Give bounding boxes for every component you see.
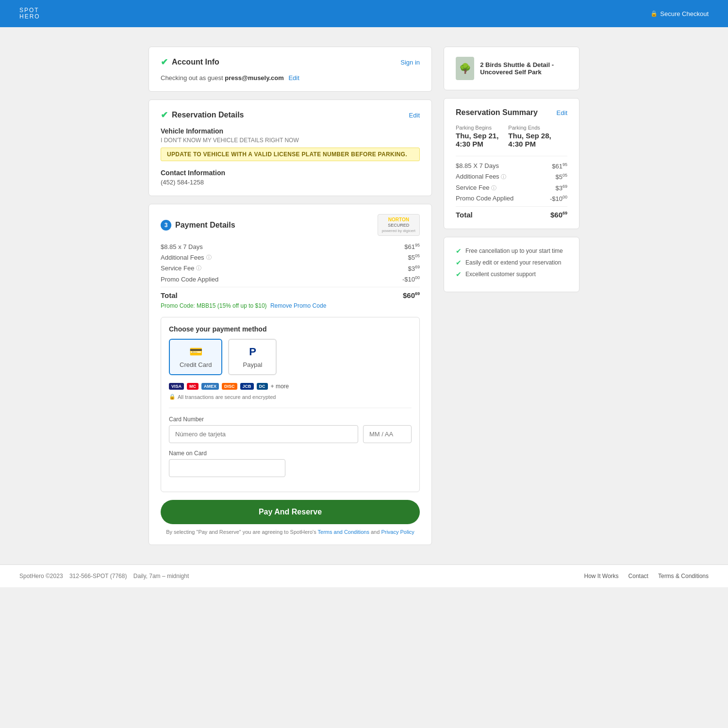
summary-header: Reservation Summary Edit — [456, 108, 567, 117]
step-number: 3 — [161, 220, 171, 231]
discover-logo: DISC — [222, 383, 237, 390]
payment-details-card: 3 Payment Details NORTON SECURED powered… — [149, 204, 432, 545]
reservation-edit-link[interactable]: Edit — [409, 112, 420, 119]
account-info-title: ✔ Account Info — [161, 57, 219, 67]
contact-title: Contact Information — [161, 169, 420, 177]
paypal-label: Paypal — [243, 361, 263, 368]
contact-phone: (452) 584-1258 — [161, 179, 420, 186]
summary-fee-label-1: $8.85 X 7 Days — [456, 162, 499, 170]
benefit-check-1: ✔ — [456, 247, 462, 255]
name-on-card-input[interactable] — [169, 459, 285, 477]
diners-logo: DC — [257, 383, 268, 390]
info-icon-1[interactable]: ⓘ — [206, 254, 212, 261]
footer: SpotHero ©2023 312-566-SPOT (7768) Daily… — [0, 564, 728, 587]
card-number-group: Card Number — [169, 416, 412, 443]
footer-phone: 312-566-SPOT (7768) — [69, 573, 127, 579]
pay-and-reserve-button[interactable]: Pay And Reserve — [161, 500, 420, 524]
more-cards-label: + more — [271, 383, 289, 390]
norton-secured: SECURED — [382, 223, 415, 229]
fee-amount-1: $6195 — [404, 243, 420, 250]
summary-info-2[interactable]: ⓘ — [491, 185, 496, 191]
fee-label-2: Additional Fees ⓘ — [161, 253, 212, 261]
summary-edit-link[interactable]: Edit — [557, 109, 567, 116]
paypal-option[interactable]: P Paypal — [228, 339, 277, 375]
total-label: Total — [161, 291, 178, 299]
fee-label-4: Promo Code Applied — [161, 275, 218, 283]
jcb-logo: JCB — [240, 383, 254, 390]
fee-row-3: Service Fee ⓘ $369 — [161, 265, 420, 272]
account-check-icon: ✔ — [161, 57, 168, 67]
card-number-input[interactable] — [169, 425, 358, 443]
summary-fee-amount-2: $505 — [556, 173, 567, 181]
footer-contact[interactable]: Contact — [629, 573, 648, 579]
footer-copyright: SpotHero ©2023 — [19, 573, 63, 579]
reservation-check-icon: ✔ — [161, 110, 168, 120]
guest-edit-link[interactable]: Edit — [288, 74, 299, 82]
right-column: 🌳 2 Birds Shuttle & Detail - Uncovered S… — [444, 47, 579, 545]
summary-fee-amount-3: $369 — [556, 184, 567, 192]
summary-total-amount: $6069 — [550, 211, 567, 219]
benefit-check-3: ✔ — [456, 270, 462, 278]
logo-hero: HERO — [19, 14, 40, 20]
reservation-details-header: ✔ Reservation Details Edit — [161, 110, 420, 120]
fee-row-4: Promo Code Applied -$1000 — [161, 275, 420, 283]
summary-fee-row-3: Service Fee ⓘ $369 — [456, 184, 567, 192]
header: SPOT HERO 🔒 Secure Checkout — [0, 0, 728, 27]
footer-info: SpotHero ©2023 312-566-SPOT (7768) Daily… — [19, 573, 189, 579]
payment-method-title: Choose your payment method — [169, 325, 412, 333]
secure-text: 🔒 All transactions are secure and encryp… — [169, 394, 412, 400]
payment-total-row: Total $6069 — [161, 287, 420, 299]
logo: SPOT HERO — [19, 7, 40, 20]
account-signin-link[interactable]: Sign in — [400, 59, 420, 66]
fee-row-1: $8.85 x 7 Days $6195 — [161, 243, 420, 250]
name-on-card-label: Name on Card — [169, 450, 412, 457]
parking-begins-label: Parking Begins — [456, 125, 498, 131]
vehicle-sub: I DON'T KNOW MY VEHICLE DETAILS RIGHT NO… — [161, 137, 420, 144]
summary-info-1[interactable]: ⓘ — [501, 174, 506, 180]
terms-link[interactable]: Terms and Conditions — [318, 529, 369, 535]
fee-amount-3: $369 — [408, 265, 420, 272]
expiry-input[interactable] — [363, 425, 412, 443]
summary-fee-list: $8.85 X 7 Days $6195 Additional Fees ⓘ $… — [456, 162, 567, 202]
terms-text: By selecting "Pay and Reserve" you are a… — [161, 529, 420, 535]
remove-promo-link[interactable]: Remove Promo Code — [270, 302, 326, 309]
left-column: ✔ Account Info Sign in Checking out as g… — [149, 47, 432, 545]
benefit-check-2: ✔ — [456, 259, 462, 266]
credit-card-option[interactable]: 💳 Credit Card — [169, 339, 222, 375]
fee-row-2: Additional Fees ⓘ $505 — [161, 253, 420, 261]
account-info-card: ✔ Account Info Sign in Checking out as g… — [149, 47, 432, 92]
info-icon-2[interactable]: ⓘ — [196, 265, 201, 272]
footer-how-it-works[interactable]: How It Works — [584, 573, 618, 579]
credit-card-label: Credit Card — [180, 361, 212, 368]
card-logos-area: VISA MC AMEX DISC JCB DC + more 🔒 All tr… — [169, 383, 412, 400]
facility-image: 🌳 — [456, 57, 474, 80]
warning-banner: UPDATE TO VEHICLE WITH A VALID LICENSE P… — [161, 148, 420, 161]
summary-title: Reservation Summary — [456, 108, 538, 117]
parking-ends-date: Thu, Sep 28, 4:30 PM — [508, 132, 551, 148]
reservation-summary-card: Reservation Summary Edit Parking Begins … — [444, 98, 579, 229]
parking-begins-date: Thu, Sep 21, 4:30 PM — [456, 132, 498, 148]
card-number-label: Card Number — [169, 416, 412, 423]
footer-terms[interactable]: Terms & Conditions — [658, 573, 709, 579]
summary-fee-label-3: Service Fee ⓘ — [456, 184, 496, 192]
summary-fee-row-4: Promo Code Applied -$1000 — [456, 195, 567, 202]
facility-card: 🌳 2 Birds Shuttle & Detail - Uncovered S… — [444, 47, 579, 90]
fee-amount-4: -$1000 — [402, 275, 420, 283]
reservation-details-title: ✔ Reservation Details — [161, 110, 244, 120]
summary-total-label: Total — [456, 211, 473, 219]
summary-fee-row-1: $8.85 X 7 Days $6195 — [456, 162, 567, 170]
payment-fee-list: $8.85 x 7 Days $6195 Additional Fees ⓘ $… — [161, 243, 420, 283]
footer-hours: Daily, 7am – midnight — [133, 573, 189, 579]
vehicle-title: Vehicle Information — [161, 127, 420, 135]
privacy-link[interactable]: Privacy Policy — [381, 529, 414, 535]
mastercard-logo: MC — [187, 383, 199, 390]
promo-text: Promo Code: MBB15 (15% off up to $10) Re… — [161, 302, 420, 309]
summary-fee-row-2: Additional Fees ⓘ $505 — [456, 173, 567, 181]
credit-card-icon: 💳 — [189, 346, 202, 358]
benefits-card: ✔ Free cancellation up to your start tim… — [444, 237, 579, 292]
benefit-2: ✔ Easily edit or extend your reservation — [456, 259, 567, 266]
parking-ends-label: Parking Ends — [508, 125, 551, 131]
summary-fee-label-2: Additional Fees ⓘ — [456, 173, 506, 181]
amex-logo: AMEX — [201, 383, 219, 390]
secure-checkout-label: 🔒 Secure Checkout — [650, 10, 709, 17]
